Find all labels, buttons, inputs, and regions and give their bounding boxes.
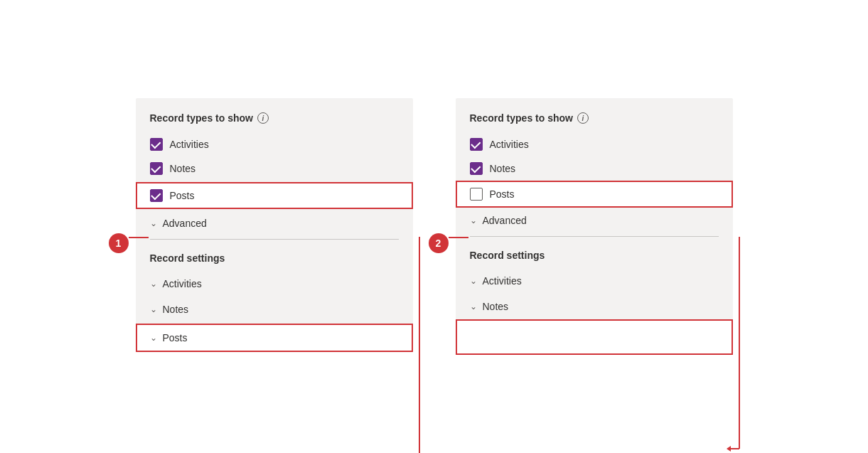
activities-checkbox-row-2[interactable]: Activities (456, 132, 733, 156)
settings-activities-chevron-2: ⌄ (470, 276, 477, 286)
arrow1-line (129, 237, 150, 238)
badge-2: 2 (429, 233, 449, 253)
panel1-section-title: Record types to show i (136, 112, 413, 132)
notes-checkbox-1[interactable] (150, 162, 163, 175)
activities-checkbox-1[interactable] (150, 138, 163, 151)
advanced-label-1: Advanced (163, 218, 207, 229)
arrow2-line (449, 237, 470, 238)
settings-posts-chevron-1: ⌄ (150, 333, 157, 343)
settings-notes-row-1[interactable]: ⌄ Notes (136, 297, 413, 322)
settings-notes-chevron-1: ⌄ (150, 304, 157, 314)
settings-activities-label-1: Activities (163, 278, 202, 289)
settings-posts-row-1[interactable]: ⌄ Posts (136, 324, 413, 352)
posts-checkbox-1[interactable] (150, 189, 163, 202)
advanced-label-2: Advanced (483, 215, 527, 226)
badge-1: 1 (109, 233, 129, 253)
settings-notes-label-1: Notes (163, 304, 189, 315)
advanced-chevron-2: ⌄ (470, 215, 477, 225)
advanced-row-1[interactable]: ⌄ Advanced (136, 210, 413, 236)
settings-activities-row-1[interactable]: ⌄ Activities (136, 271, 413, 297)
settings-activities-chevron-1: ⌄ (150, 279, 157, 289)
page-container: 1 Record types to show i Activities Note… (93, 84, 776, 369)
notes-checkbox-row-2[interactable]: Notes (456, 156, 733, 181)
svg-marker-7 (727, 446, 731, 452)
arrow2-vertical (731, 237, 749, 453)
record-types-title-2: Record types to show (470, 112, 573, 124)
settings-posts-label-1: Posts (163, 332, 188, 343)
panel2: Record types to show i Activities Notes … (456, 98, 733, 355)
panel1: Record types to show i Activities Notes … (136, 98, 413, 352)
record-settings-title-1: Record settings (136, 243, 413, 271)
notes-label-1: Notes (170, 163, 196, 174)
divider-2 (470, 236, 719, 237)
posts-label-1: Posts (170, 190, 195, 201)
record-settings-title-2: Record settings (456, 240, 733, 268)
activities-label-2: Activities (490, 139, 529, 150)
settings-notes-chevron-2: ⌄ (470, 302, 477, 311)
posts-checkbox-row-2[interactable]: Posts (456, 181, 733, 208)
advanced-row-2[interactable]: ⌄ Advanced (456, 208, 733, 233)
panel1-wrapper: 1 Record types to show i Activities Note… (136, 98, 413, 353)
info-icon-1[interactable]: i (257, 112, 269, 124)
settings-notes-label-2: Notes (483, 301, 509, 312)
info-icon-2[interactable]: i (577, 112, 589, 124)
notes-checkbox-2[interactable] (470, 162, 483, 175)
advanced-chevron-1: ⌄ (150, 218, 157, 228)
activities-checkbox-row-1[interactable]: Activities (136, 132, 413, 156)
settings-activities-label-2: Activities (483, 275, 522, 287)
posts-checkbox-row-1[interactable]: Posts (136, 182, 413, 209)
notes-label-2: Notes (490, 163, 516, 174)
panel2-wrapper: 2 Record types to show i Activities Note… (456, 98, 733, 355)
arrow1-vertical (411, 237, 429, 453)
posts-checkbox-2[interactable] (470, 188, 483, 201)
settings-posts-empty-row-2 (456, 319, 733, 355)
record-types-title-1: Record types to show (150, 112, 253, 124)
notes-checkbox-row-1[interactable]: Notes (136, 156, 413, 181)
posts-label-2: Posts (490, 188, 515, 200)
panel2-section-title: Record types to show i (456, 112, 733, 132)
settings-activities-row-2[interactable]: ⌄ Activities (456, 268, 733, 294)
activities-checkbox-2[interactable] (470, 138, 483, 151)
activities-label-1: Activities (170, 139, 209, 150)
settings-notes-row-2[interactable]: ⌄ Notes (456, 294, 733, 319)
divider-1 (150, 239, 399, 240)
